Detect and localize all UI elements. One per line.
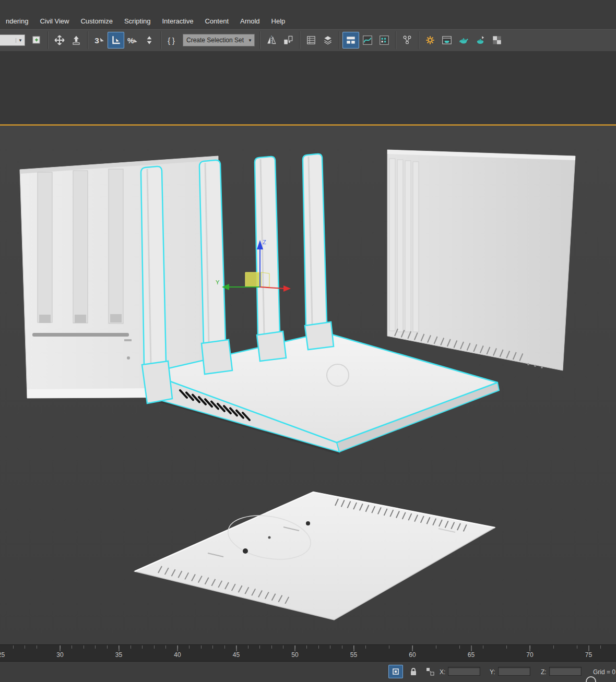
gizmo-z-label: Z — [263, 239, 266, 245]
menu-scripting[interactable]: Scripting — [119, 14, 157, 28]
frame-label: 60 — [409, 651, 416, 659]
antenna-4[interactable] — [303, 154, 334, 350]
frame-label: 30 — [56, 651, 63, 659]
render-production-icon — [458, 34, 469, 46]
frame-label: 25 — [0, 651, 5, 659]
mirror-icon — [266, 34, 277, 46]
isolate-selection-icon — [390, 666, 401, 677]
angle-snap-toggle-button[interactable] — [108, 32, 124, 49]
align-icon — [282, 34, 294, 46]
render-setup-button[interactable] — [422, 32, 439, 49]
toolbar-separator — [48, 31, 49, 49]
menu-customize[interactable]: Customize — [75, 14, 118, 28]
grid-size-label: Grid = 0 — [593, 668, 615, 676]
ribbon-icon — [345, 34, 357, 46]
render-iterative-button[interactable] — [472, 32, 489, 49]
ab-compare-button[interactable] — [489, 32, 505, 49]
toolbar-separator — [299, 31, 300, 49]
render-production-button[interactable] — [455, 32, 472, 49]
layer-explorer-button[interactable] — [319, 32, 336, 49]
frame-label: 40 — [174, 651, 181, 659]
top-cover-left-panel[interactable] — [20, 156, 218, 398]
render-setup-icon — [424, 34, 436, 46]
select-and-place-button[interactable] — [68, 32, 85, 49]
edit-named-selection-sets-button[interactable]: { } — [164, 32, 181, 49]
menu-help[interactable]: Help — [266, 14, 291, 28]
timeline-ruler[interactable]: 25 30 35 40 45 50 55 60 65 70 75 — [0, 644, 616, 662]
antenna-2[interactable] — [199, 160, 232, 374]
absolute-mode-typein-button[interactable] — [423, 665, 437, 678]
angle-snap-icon — [110, 34, 122, 46]
frame-label: 50 — [291, 651, 298, 659]
transform-gizmo[interactable]: Z Y — [216, 239, 291, 292]
frame-label: 70 — [526, 651, 533, 659]
menu-arnold[interactable]: Arnold — [234, 14, 266, 28]
mirror-button[interactable] — [263, 32, 280, 49]
selection-lock-toggle[interactable] — [406, 665, 421, 678]
status-bar: X: Y: Z: Grid = 0 — [0, 661, 616, 682]
scene-explorer-icon — [305, 34, 317, 46]
frame-label: 65 — [468, 651, 475, 659]
isolate-selection-toggle[interactable] — [388, 665, 403, 678]
toolbar-separator — [395, 31, 396, 49]
perspective-viewport[interactable]: Z Y — [0, 51, 616, 644]
x-axis-arrow-icon[interactable] — [283, 285, 291, 292]
scene-explorer-button[interactable] — [303, 32, 319, 49]
ab-compare-icon — [491, 34, 503, 46]
frame-label: 75 — [585, 651, 592, 659]
curve-editor-button[interactable] — [359, 32, 376, 49]
paste-button[interactable] — [28, 32, 45, 49]
paste-icon — [31, 34, 42, 46]
frame-label: 35 — [115, 651, 122, 659]
rendered-frame-window-button[interactable] — [439, 32, 455, 49]
frame-label: 55 — [350, 651, 357, 659]
schematic-view-button[interactable] — [399, 32, 416, 49]
create-selection-set-dropdown[interactable]: Create Selection Set ▼ — [183, 34, 255, 46]
menu-content[interactable]: Content — [199, 14, 234, 28]
snaps-toggle-3d-icon: 3 — [93, 34, 105, 46]
menu-rendering[interactable]: ndering — [0, 14, 34, 28]
schematic-view-icon — [401, 34, 413, 46]
z-coordinate-label: Z: — [541, 668, 547, 676]
absolute-mode-icon — [425, 666, 435, 677]
svg-text:{ }: { } — [168, 37, 175, 45]
toolbar-separator — [87, 31, 88, 49]
spinner-snap-icon — [144, 34, 155, 46]
x-coordinate-field[interactable] — [448, 667, 480, 676]
gizmo-y-label: Y — [216, 279, 220, 285]
top-cover-right-panel[interactable] — [387, 150, 575, 370]
viewport-canvas[interactable]: Z Y — [0, 51, 616, 644]
edit-named-selection-sets-icon: { } — [167, 34, 178, 46]
svg-text:3: 3 — [94, 36, 99, 45]
align-button[interactable] — [280, 32, 297, 49]
percent-snap-toggle-button[interactable]: % — [124, 32, 141, 49]
snaps-toggle-button[interactable]: 3 — [91, 32, 108, 49]
curve-editor-icon — [362, 34, 373, 46]
spinner-snap-toggle-button[interactable] — [141, 32, 158, 49]
dope-sheet-icon — [378, 34, 390, 46]
toolbar-separator — [160, 31, 161, 49]
lock-icon — [408, 666, 419, 677]
select-and-place-icon — [70, 34, 82, 46]
selection-filter-dropdown[interactable]: ▼ — [0, 34, 25, 46]
select-and-move-button[interactable] — [51, 32, 68, 49]
dope-sheet-button[interactable] — [376, 32, 393, 49]
toolbar-separator — [259, 31, 260, 49]
frame-ticks-major — [0, 645, 616, 651]
menu-civil-view[interactable]: Civil View — [34, 14, 75, 28]
menu-interactive[interactable]: Interactive — [156, 14, 199, 28]
svg-text:%: % — [127, 37, 134, 45]
toolbar-separator — [339, 31, 340, 49]
y-coordinate-field[interactable] — [498, 667, 530, 676]
layer-explorer-icon — [322, 34, 334, 46]
bottom-plate[interactable] — [135, 492, 495, 620]
application-window: ndering Civil View Customize Scripting I… — [0, 0, 616, 682]
chevron-down-icon: ▼ — [246, 38, 254, 43]
rendered-frame-window-icon — [441, 34, 453, 46]
y-coordinate-label: Y: — [490, 668, 495, 676]
z-coordinate-field[interactable] — [549, 667, 582, 676]
frame-label: 45 — [233, 651, 240, 659]
menu-bar: ndering Civil View Customize Scripting I… — [0, 0, 616, 29]
ribbon-toggle-button[interactable] — [342, 32, 359, 49]
render-iterative-icon — [475, 34, 486, 46]
